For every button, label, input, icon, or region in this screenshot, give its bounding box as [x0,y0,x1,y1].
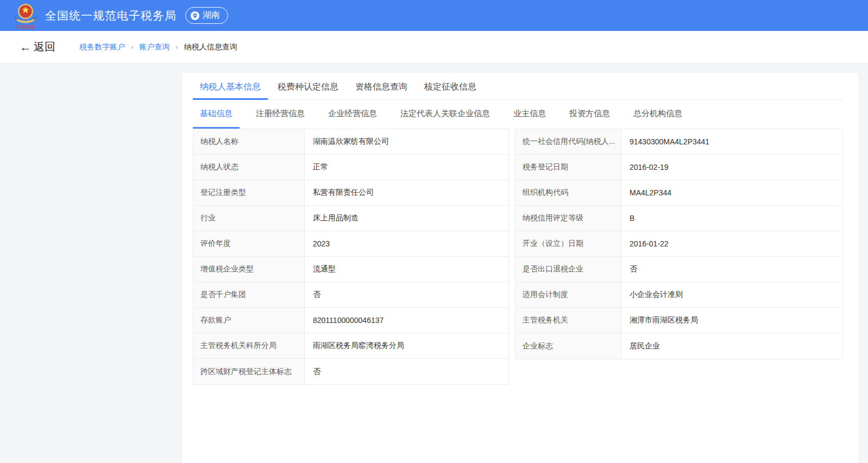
table-row: 存款账户 82011100000046137 [193,308,508,333]
field-label: 增值税企业类型 [193,257,305,282]
field-label: 企业标志 [515,333,621,359]
content-card: 纳税人基本信息 税费种认定信息 资格信息查询 核定征收信息 基础信息 注册经营信… [183,73,858,463]
sub-tab[interactable]: 注册经营信息 [249,100,312,129]
table-row: 是否千户集团 否 [193,282,508,308]
back-arrow-icon: ← [20,41,32,53]
breadcrumb: 税务数字账户 › 账户查询 › 纳税人信息查询 › [79,42,237,52]
field-label: 行业 [193,206,305,231]
taxpayer-basic-info: 纳税人名称 湖南温欣家纺有限公司 纳税人状态 正常 登记注册类型 私营有限责任公… [193,129,843,385]
table-row: 纳税人名称 湖南温欣家纺有限公司 [193,129,508,155]
svg-text:中国税务: 中国税务 [16,24,35,30]
sub-tab[interactable]: 法定代表人关联企业信息 [393,100,497,129]
sub-tabs: 基础信息 注册经营信息 企业经营信息 法定代表人关联企业信息 业主信息 投资方信… [193,100,843,129]
field-value: MA4L2P344 [621,180,842,205]
breadcrumb-bar: ← 返回 税务数字账户 › 账户查询 › 纳税人信息查询 › [0,31,868,64]
field-label: 存款账户 [193,308,305,333]
field-label: 组织机构代码 [515,180,621,205]
table-row: 纳税人状态 正常 [193,155,508,180]
field-value: 82011100000046137 [305,308,508,333]
main-tab[interactable]: 纳税人基本信息 [193,73,268,100]
main-area: 纳税人基本信息 税费种认定信息 资格信息查询 核定征收信息 基础信息 注册经营信… [0,64,868,463]
main-tab[interactable]: 税费种认定信息 [271,73,345,100]
back-button[interactable]: ← 返回 [20,40,55,54]
basic-info-table-right: 统一社会信用代码(纳税人... 91430300MA4L2P3441 税务登记日… [515,129,843,359]
sub-tab[interactable]: 基础信息 [193,100,240,129]
breadcrumb-link[interactable]: 纳税人信息查询 [184,42,237,52]
field-value: 否 [621,257,842,282]
table-row: 主管税务机关 湘潭市雨湖区税务局 [515,308,842,333]
table-row: 税务登记日期 2016-02-19 [515,155,842,180]
table-row: 开业（设立）日期 2016-01-22 [515,231,842,257]
field-label: 是否千户集团 [193,282,305,307]
table-row: 评价年度 2023 [193,231,508,257]
field-value: 2023 [305,231,508,256]
breadcrumb-item: 纳税人信息查询 › [184,42,237,52]
sub-tab[interactable]: 投资方信息 [562,100,617,129]
main-tab[interactable]: 资格信息查询 [348,73,414,100]
field-label: 纳税人名称 [193,129,305,154]
field-label: 是否出口退税企业 [515,257,621,282]
main-tab[interactable]: 核定征收信息 [417,73,483,100]
field-value: 否 [305,282,508,307]
field-value: 湖南温欣家纺有限公司 [305,129,508,154]
breadcrumb-separator-icon: › [131,43,133,51]
breadcrumb-link[interactable]: 账户查询 [139,42,169,52]
field-label: 跨区域财产税登记主体标志 [193,359,305,384]
field-value: 小企业会计准则 [621,282,842,307]
table-row: 企业标志 居民企业 [515,333,842,359]
table-row: 组织机构代码 MA4L2P344 [515,180,842,206]
table-row: 统一社会信用代码(纳税人... 91430300MA4L2P3441 [515,129,842,155]
field-value: 2016-01-22 [621,231,842,256]
table-row: 是否出口退税企业 否 [515,257,842,282]
basic-info-table-left: 纳税人名称 湖南温欣家纺有限公司 纳税人状态 正常 登记注册类型 私营有限责任公… [193,129,509,385]
field-label: 纳税信用评定等级 [515,206,621,231]
table-row: 适用会计制度 小企业会计准则 [515,282,842,308]
field-value: 流通型 [305,257,508,282]
field-value: 居民企业 [621,333,842,359]
field-value: 湘潭市雨湖区税务局 [621,308,842,333]
field-value: 雨湖区税务局窑湾税务分局 [305,333,508,358]
field-label: 适用会计制度 [515,282,621,307]
back-label: 返回 [34,40,55,54]
breadcrumb-link[interactable]: 税务数字账户 [79,42,125,52]
field-value: 床上用品制造 [305,206,508,231]
table-row: 登记注册类型 私营有限责任公司 [193,180,508,206]
main-tabs: 纳税人基本信息 税费种认定信息 资格信息查询 核定征收信息 [193,73,843,100]
sub-tab[interactable]: 总分机构信息 [626,100,689,129]
field-label: 税务登记日期 [515,155,621,180]
table-row: 跨区域财产税登记主体标志 否 [193,359,508,384]
sub-tab[interactable]: 企业经营信息 [321,100,384,129]
table-row: 行业 床上用品制造 [193,206,508,231]
field-value: 私营有限责任公司 [305,180,508,205]
app-header: 中国税务 全国统一规范电子税务局 湖南 [0,0,868,31]
field-label: 纳税人状态 [193,155,305,180]
field-value: 正常 [305,155,508,180]
table-row: 主管税务机关科所分局 雨湖区税务局窑湾税务分局 [193,333,508,359]
field-label: 登记注册类型 [193,180,305,205]
table-row: 纳税信用评定等级 B [515,206,842,231]
field-value: 2016-02-19 [621,155,842,180]
app-title: 全国统一规范电子税务局 [45,8,177,23]
breadcrumb-separator-icon: › [175,43,178,51]
field-label: 主管税务机关科所分局 [193,333,305,358]
breadcrumb-item: 账户查询 › [139,42,184,52]
sub-tab[interactable]: 业主信息 [506,100,553,129]
field-label: 统一社会信用代码(纳税人... [515,129,621,154]
field-value: B [621,206,842,231]
location-badge[interactable]: 湖南 [185,7,228,24]
national-emblem-icon: 中国税务 [13,2,38,30]
field-value: 否 [305,359,508,384]
field-label: 评价年度 [193,231,305,256]
location-name: 湖南 [203,10,220,21]
field-value: 91430300MA4L2P3441 [621,129,842,154]
tax-bureau-logo: 中国税务 [13,2,38,29]
location-pin-icon [191,11,199,20]
table-row: 增值税企业类型 流通型 [193,257,508,282]
breadcrumb-item: 税务数字账户 › [79,42,139,52]
field-label: 主管税务机关 [515,308,621,333]
field-label: 开业（设立）日期 [515,231,621,256]
